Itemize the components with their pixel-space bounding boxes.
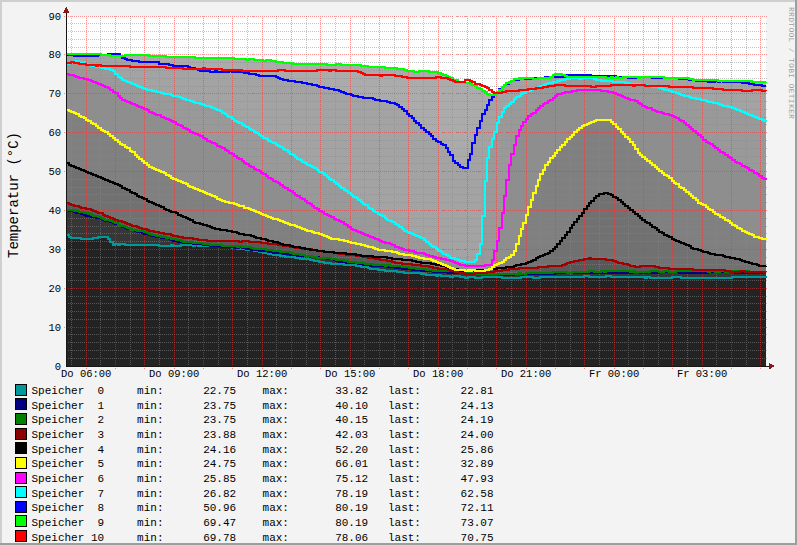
- svg-text:Speicher 10 min: 69.7: Speicher 10 min: 69.78 max: 78.06 last: …: [32, 532, 494, 544]
- svg-text:Speicher 8 min: 50.9: Speicher 8 min: 50.96 max: 80.19 last: 7…: [32, 502, 494, 514]
- svg-text:Speicher 9 min: 69.4: Speicher 9 min: 69.47 max: 80.19 last: 7…: [32, 517, 494, 529]
- svg-text:30: 30: [48, 244, 61, 256]
- svg-text:70: 70: [48, 88, 61, 100]
- svg-text:Speicher 1 min: 23.7: Speicher 1 min: 23.75 max: 40.10 last: 2…: [32, 400, 494, 412]
- svg-text:40: 40: [48, 205, 61, 217]
- svg-text:20: 20: [48, 283, 61, 295]
- svg-text:Do 15:00: Do 15:00: [325, 368, 375, 380]
- svg-text:60: 60: [48, 127, 61, 139]
- svg-text:Speicher 0 min: 22.7: Speicher 0 min: 22.75 max: 33.82 last: 2…: [32, 385, 494, 397]
- svg-text:Temperatur (°C): Temperatur (°C): [6, 132, 22, 258]
- svg-text:RRDTOOL / TOBI OETIKER: RRDTOOL / TOBI OETIKER: [787, 7, 796, 119]
- svg-text:Do 09:00: Do 09:00: [149, 368, 199, 380]
- svg-text:Speicher 2 min: 23.7: Speicher 2 min: 23.75 max: 40.15 last: 2…: [32, 414, 494, 426]
- svg-text:80: 80: [48, 49, 61, 61]
- svg-text:Do 21:00: Do 21:00: [501, 368, 551, 380]
- svg-text:Speicher 7 min: 26.8: Speicher 7 min: 26.82 max: 78.19 last: 6…: [32, 488, 494, 500]
- svg-text:Speicher 5 min: 24.7: Speicher 5 min: 24.75 max: 66.01 last: 3…: [32, 458, 494, 470]
- svg-text:Do 12:00: Do 12:00: [237, 368, 287, 380]
- svg-text:Speicher 6 min: 25.8: Speicher 6 min: 25.85 max: 75.12 last: 4…: [32, 473, 494, 485]
- svg-text:Do 06:00: Do 06:00: [61, 368, 111, 380]
- svg-text:10: 10: [48, 322, 61, 334]
- svg-text:Fr 00:00: Fr 00:00: [589, 368, 639, 380]
- svg-text:Fr 03:00: Fr 03:00: [677, 368, 727, 380]
- svg-text:Speicher 4 min: 24.1: Speicher 4 min: 24.16 max: 52.20 last: 2…: [32, 444, 494, 456]
- svg-text:90: 90: [48, 11, 61, 23]
- svg-text:Speicher 3 min: 23.8: Speicher 3 min: 23.88 max: 42.03 last: 2…: [32, 429, 494, 441]
- svg-text:50: 50: [48, 166, 61, 178]
- svg-text:Do 18:00: Do 18:00: [413, 368, 463, 380]
